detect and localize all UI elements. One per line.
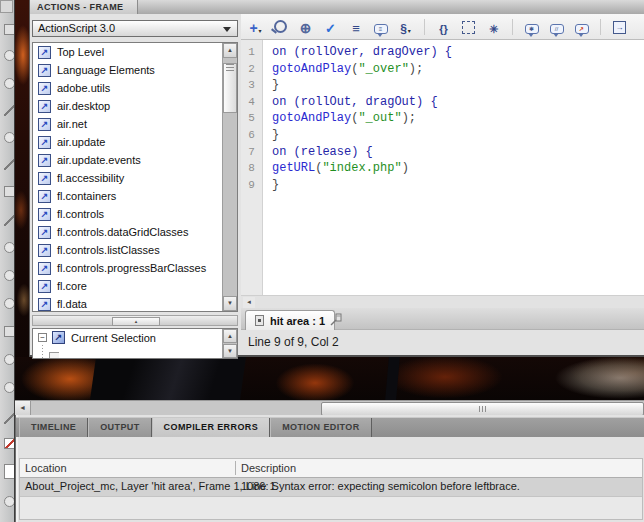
remove-comment-icon[interactable]: ↗ (574, 18, 589, 36)
package-item[interactable]: ↗adobe.utils (33, 79, 222, 97)
add-item-icon[interactable]: +▾ (248, 18, 263, 36)
pin-script-icon[interactable] (329, 313, 344, 326)
column-divider[interactable] (235, 461, 236, 475)
package-item[interactable]: ↗fl.data (33, 295, 222, 312)
package-label: fl.controls.progressBarClasses (57, 262, 206, 274)
dock-tab-motion-editor[interactable]: MOTION EDITOR (270, 418, 372, 437)
tree-item-label: Current Selection (71, 332, 156, 344)
tree-item-current-selection[interactable]: − ↗ Current Selection (33, 329, 237, 346)
pencil-tool-icon[interactable] (4, 214, 15, 226)
stroke-color-swatch[interactable] (4, 438, 15, 449)
lasso-tool-icon[interactable] (4, 78, 15, 89)
package-item[interactable]: ↗air.update.events (33, 151, 222, 169)
package-item[interactable]: ↗fl.controls.progressBarClasses (33, 259, 222, 277)
collapse-minus-icon[interactable]: − (38, 333, 47, 342)
insert-target-path-icon[interactable]: ⊕ (298, 18, 313, 36)
check-syntax-icon[interactable]: ✓ (323, 18, 338, 36)
brush-tool-icon[interactable] (4, 242, 15, 253)
hand-tool-icon[interactable] (4, 354, 15, 365)
expand-all-icon[interactable]: ✳ (486, 18, 501, 36)
editor-horizontal-scrollbar[interactable]: ◄ (241, 295, 644, 308)
package-item[interactable]: ↗air.net (33, 115, 222, 133)
tools-panel-collapse-button[interactable] (0, 0, 13, 13)
package-label: adobe.utils (57, 82, 110, 94)
stroke-color-icon[interactable] (4, 412, 15, 424)
line-number: 3 (241, 77, 262, 94)
line-number: 4 (241, 94, 262, 111)
pen-tool-icon[interactable] (4, 104, 15, 116)
package-item[interactable]: ↗Top Level (33, 43, 222, 61)
package-item[interactable]: ↗Language Elements (33, 61, 222, 79)
tree-child-item-partial (49, 352, 59, 359)
dock-tab-bar: TIMELINEOUTPUTCOMPILER ERRORSMOTION EDIT… (16, 417, 644, 437)
dock-tab-timeline[interactable]: TIMELINE (19, 418, 88, 437)
script-document-icon (255, 315, 264, 326)
stage-horizontal-scrollbar[interactable]: ◄ (15, 400, 644, 415)
scroll-up-arrow-icon[interactable]: ▲ (223, 329, 237, 343)
apply-block-comment-icon[interactable]: ✱ (524, 18, 539, 36)
scroll-left-arrow-icon[interactable]: ◄ (15, 401, 31, 415)
debug-options-icon[interactable]: §▾ (398, 18, 413, 36)
package-item[interactable]: ↗air.desktop (33, 97, 222, 115)
actionscript-package-icon: ↗ (38, 46, 51, 59)
scroll-left-arrow-icon[interactable]: ◄ (243, 297, 255, 308)
swap-colors-icon[interactable] (4, 496, 15, 507)
column-header-description: Description (241, 459, 296, 477)
code-line: getURL("index.php") (272, 160, 452, 177)
dock-tab-output[interactable]: OUTPUT (88, 418, 151, 437)
collapse-between-braces-icon[interactable]: {} (436, 18, 451, 36)
scroll-down-arrow-icon[interactable]: ▼ (223, 344, 237, 358)
package-item[interactable]: ↗fl.containers (33, 187, 222, 205)
actionscript-package-icon: ↗ (38, 190, 51, 203)
ink-bottle-tool-icon[interactable] (4, 270, 15, 281)
package-label: Top Level (57, 46, 104, 58)
show-code-hint-icon[interactable]: ≡ (373, 18, 388, 36)
package-item[interactable]: ↗fl.controls (33, 205, 222, 223)
script-editor[interactable]: 123456789 on (rollOver, dragOver) {gotoA… (241, 40, 644, 295)
splitter-collapse-handle[interactable]: ▴ (112, 317, 160, 326)
toolbox-vertical-scrollbar[interactable]: ▲ ▼ (222, 43, 237, 311)
line-number: 9 (241, 177, 262, 194)
eraser-tool-icon[interactable] (4, 326, 15, 337)
apply-line-comment-icon[interactable]: // (549, 18, 564, 36)
scroll-up-arrow-icon[interactable]: ▲ (223, 43, 237, 58)
tools-panel-strip (0, 0, 15, 522)
actionscript-package-icon: ↗ (38, 208, 51, 221)
toolbar-separator (512, 19, 513, 35)
scrollbar-grip-icon (226, 64, 234, 71)
panes-splitter[interactable]: ▴ (32, 315, 238, 326)
package-item[interactable]: ↗fl.controls.dataGridClasses (33, 223, 222, 241)
tree-vertical-scrollbar[interactable]: ▲ ▼ (222, 329, 237, 358)
code-text[interactable]: on (rollOver, dragOver) {gotoAndPlay("_o… (263, 40, 452, 295)
actionscript-package-icon: ↗ (38, 244, 51, 257)
script-tab-bar: hit area : 1 (241, 308, 644, 330)
actionscript-version-dropdown[interactable]: ActionScript 3.0 (32, 20, 238, 37)
package-label: fl.core (57, 280, 87, 292)
chevron-down-icon (223, 27, 231, 32)
subselection-tool-icon[interactable] (4, 50, 15, 61)
package-item[interactable]: ↗fl.core (33, 277, 222, 295)
stage-scrollbar-thumb[interactable] (321, 402, 644, 416)
scroll-down-arrow-icon[interactable]: ▼ (223, 296, 237, 311)
actionscript-package-icon: ↗ (38, 262, 51, 275)
fill-color-swatch[interactable] (4, 464, 15, 479)
actions-frame-tab[interactable]: ACTIONS - FRAME (30, 0, 138, 14)
rectangle-tool-icon[interactable] (4, 186, 15, 197)
find-icon[interactable] (273, 18, 288, 36)
zoom-tool-icon[interactable] (4, 382, 15, 393)
dock-tab-compiler-errors[interactable]: COMPILER ERRORS (152, 418, 271, 437)
actions-toolbox-list: ↗Top Level↗Language Elements↗adobe.utils… (32, 42, 238, 312)
line-tool-icon[interactable] (4, 158, 15, 170)
package-item[interactable]: ↗fl.accessibility (33, 169, 222, 187)
package-item[interactable]: ↗fl.controls.listClasses (33, 241, 222, 259)
text-tool-icon[interactable] (4, 132, 15, 143)
error-row[interactable]: About_Project_mc, Layer 'hit area', Fram… (20, 478, 642, 497)
auto-format-icon[interactable]: ≡ (348, 18, 363, 36)
script-tab-hit-area[interactable]: hit area : 1 (245, 310, 335, 330)
eyedropper-tool-icon[interactable] (4, 298, 15, 309)
show-hide-toolbox-icon[interactable]: → (612, 18, 627, 36)
package-item[interactable]: ↗air.update (33, 133, 222, 151)
code-line: gotoAndPlay("_out"); (272, 110, 452, 127)
collapse-selection-icon[interactable] (461, 18, 476, 36)
selection-tool-icon[interactable] (4, 24, 15, 35)
